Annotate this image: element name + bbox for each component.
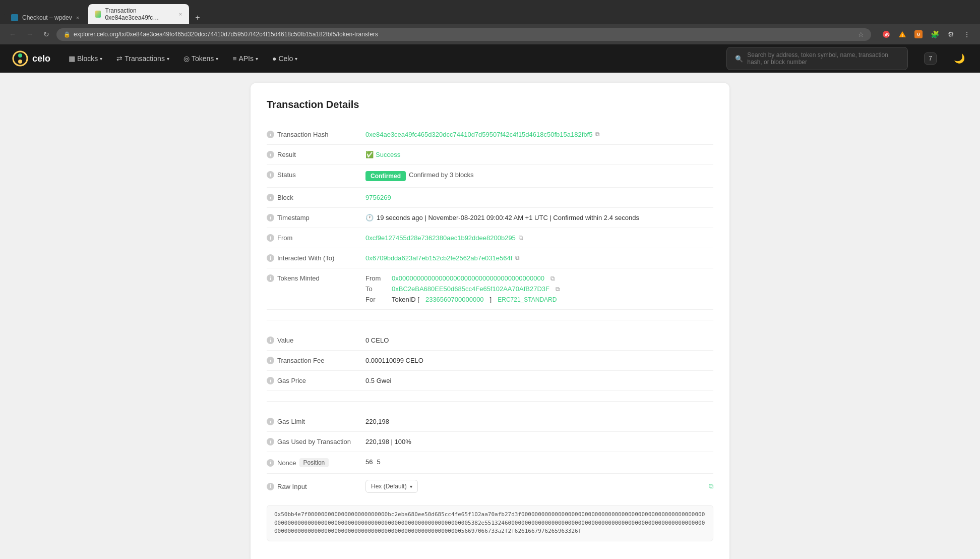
token-for-label: For [365,296,386,303]
row-gas-used: i Gas Used by Transaction 220,198 | 100% [267,432,713,452]
settings-button[interactable]: ⚙ [944,27,958,41]
row-block: i Block 9756269 [267,188,713,208]
row-status: i Status Confirmed Confirmed by 3 blocks [267,165,713,188]
label-gas-price: i Gas Price [267,377,357,384]
ublock-extension[interactable]: uB [879,27,893,41]
token-id-link[interactable]: 2336560700000000 [425,296,484,303]
info-icon-tokens[interactable]: i [267,274,274,282]
label-from: i From [267,234,357,242]
new-tab-button[interactable]: + [191,11,204,24]
value-transaction-hash: 0xe84ae3cea49fc465d320dcc74410d7d59507f4… [365,131,713,138]
nav-back-button[interactable]: ← [6,28,19,40]
puzzle-extension[interactable]: 🧩 [928,27,942,41]
info-icon-result[interactable]: i [267,151,274,158]
info-icon-value[interactable]: i [267,337,274,344]
row-gas-limit: i Gas Limit 220,198 [267,412,713,432]
copy-to-icon[interactable]: ⧉ [515,254,520,261]
nonce-value: 56 [365,458,373,466]
dark-mode-toggle[interactable]: 🌙 [951,50,968,67]
nav-blocks[interactable]: ▦ Blocks ▾ [63,50,108,67]
nav-reload-button[interactable]: ↻ [40,28,52,40]
metamask-extension[interactable]: M [911,27,926,41]
tab-bar: Checkout – wpdev × Transaction 0xe84ae3c… [0,0,980,24]
to-address-link[interactable]: 0x6709bdda623af7eb152cb2fe2562ab7e031e56… [365,254,512,262]
nav-celo[interactable]: ● Celo ▾ [266,50,303,67]
celo-chevron: ▾ [295,56,297,62]
from-address-link[interactable]: 0xcf9e127455d28e7362380aec1b92ddee8200b2… [365,234,516,242]
row-from: i From 0xcf9e127455d28e7362380aec1b92dde… [267,228,713,248]
label-status: i Status [267,171,357,179]
info-icon-block[interactable]: i [267,194,274,201]
row-tokens-minted: i Tokens Minted From 0x00000000000000000… [267,268,713,310]
address-bar[interactable]: 🔒 explorer.celo.org/tx/0xe84ae3cea49fc46… [56,28,871,41]
info-icon-timestamp[interactable]: i [267,214,274,221]
row-timestamp: i Timestamp 🕐 19 seconds ago | November-… [267,208,713,228]
tab-celo[interactable]: Transaction 0xe84ae3cea49fc… × [88,4,189,24]
value-value: 0 CELO [365,337,713,344]
svg-text:!: ! [902,33,903,38]
info-icon-fee[interactable]: i [267,357,274,364]
extensions-area: uB ! M 🧩 ⚙ ⋮ [879,27,974,41]
value-gas-used: 220,198 | 100% [365,438,713,445]
card-title: Transaction Details [267,99,713,110]
info-icon-interacted[interactable]: i [267,254,274,262]
success-badge: ✅ Success [365,151,400,158]
copy-hash-icon[interactable]: ⧉ [595,131,600,138]
token-to-label: To [365,285,386,293]
hash-link[interactable]: 0xe84ae3cea49fc465d320dcc74410d7d59507f4… [365,131,592,138]
nav-counter: 7 [924,52,937,65]
nav-apis[interactable]: ≡ APIs ▾ [226,50,264,67]
confirmed-badge: Confirmed [365,171,406,181]
position-value: 5 [377,458,380,466]
tab-close-wp[interactable]: × [76,15,79,21]
row-value: i Value 0 CELO [267,330,713,351]
transactions-chevron: ▾ [167,56,169,62]
label-gas-used: i Gas Used by Transaction [267,438,357,445]
block-link[interactable]: 9756269 [365,194,391,201]
info-icon-gas-used[interactable]: i [267,438,274,445]
token-to-address[interactable]: 0xBC2eBA680EE50d685cc4Fe65f102AA70AfB27D… [392,285,549,293]
lock-icon: 🔒 [64,31,71,38]
token-from-address[interactable]: 0x00000000000000000000000000000000000000… [392,274,544,282]
copy-from-icon[interactable]: ⧉ [519,234,523,241]
row-nonce: i Nonce Position 56 5 [267,452,713,474]
search-bar[interactable]: 🔍 Search by address, token symbol, name,… [726,47,908,70]
nav-forward-button[interactable]: → [23,28,36,40]
warning-extension[interactable]: ! [895,27,909,41]
info-icon-from[interactable]: i [267,234,274,242]
info-icon-nonce[interactable]: i [267,459,274,467]
copy-raw-icon[interactable]: ⧉ [709,482,713,490]
format-dropdown[interactable]: Hex (Default) ▾ [365,480,418,493]
token-id-label: TokenID [ [392,296,419,303]
label-gas-limit: i Gas Limit [267,418,357,425]
svg-point-9 [18,60,22,64]
tab-close-celo[interactable]: × [179,11,182,17]
nav-transactions[interactable]: ⇄ Transactions ▾ [110,50,175,67]
row-interacted-with: i Interacted With (To) 0x6709bdda623af7e… [267,248,713,268]
menu-button[interactable]: ⋮ [960,27,974,41]
copy-token-from[interactable]: ⧉ [550,275,555,282]
label-interacted-with: i Interacted With (To) [267,254,357,262]
token-row-from: From 0x000000000000000000000000000000000… [365,274,560,282]
info-icon-hash[interactable]: i [267,131,274,138]
row-gas-price: i Gas Price 0.5 Gwei [267,371,713,391]
info-icon-status[interactable]: i [267,171,274,179]
info-icon-gas-price[interactable]: i [267,377,274,384]
tab-wordpress[interactable]: Checkout – wpdev × [4,11,86,24]
logo-text: celo [32,53,50,64]
value-nonce: 56 5 [365,458,713,466]
svg-text:M: M [916,32,921,37]
transaction-details-card: Transaction Details i Transaction Hash 0… [251,83,729,559]
info-icon-gas-limit[interactable]: i [267,418,274,425]
page-wrapper: Transaction Details i Transaction Hash 0… [0,73,980,559]
bookmark-icon[interactable]: ☆ [858,31,864,38]
info-icon-raw-input[interactable]: i [267,483,274,490]
value-gas-price: 0.5 Gwei [365,377,713,384]
value-transaction-fee: 0.000110099 CELO [365,357,713,364]
row-transaction-hash: i Transaction Hash 0xe84ae3cea49fc465d32… [267,125,713,145]
browser-chrome: Checkout – wpdev × Transaction 0xe84ae3c… [0,0,980,44]
search-icon: 🔍 [735,55,743,63]
copy-token-to[interactable]: ⧉ [556,286,560,293]
label-block: i Block [267,194,357,201]
nav-tokens[interactable]: ◎ Tokens ▾ [177,50,224,67]
